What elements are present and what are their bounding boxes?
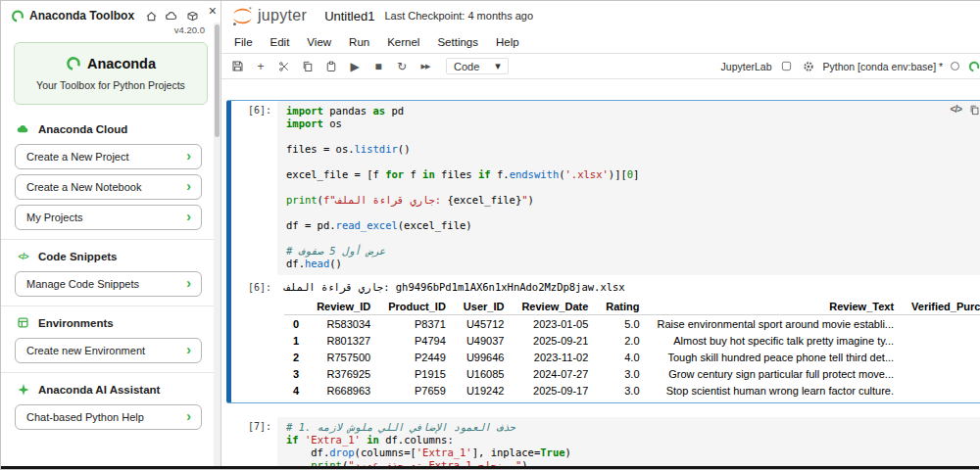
button-label: My Projects: [26, 212, 82, 223]
environments-icon: [16, 315, 30, 330]
app-window: × Anaconda Toolbox v4.20.0: [0, 0, 980, 470]
code-cell-6[interactable]: [6]: </> ↑ ↓ +: [226, 100, 980, 403]
code-editor[interactable]: </> ↑ ↓ +: [277, 101, 980, 275]
restart-run-all-icon[interactable]: ▶▶: [418, 60, 432, 73]
duplicate-cell-icon[interactable]: [968, 104, 980, 116]
close-panel-icon[interactable]: ×: [209, 4, 217, 18]
section-label: Anaconda AI Assistant: [38, 384, 160, 396]
button-label: Chat-based Python Help: [26, 411, 144, 423]
chevron-right-icon: ›: [186, 411, 191, 422]
my-projects-button[interactable]: My Projects ›: [15, 205, 202, 230]
toolbar-right: JupyterLab Python [conda env:base] * Ana…: [721, 60, 980, 73]
input-prompt: [6]:: [231, 101, 277, 275]
stdout-text: جاري قراءة الملف: gh9496bPd1m1AX6n1xHnAd…: [284, 281, 980, 293]
chevron-right-icon: ›: [186, 345, 191, 355]
menu-kernel[interactable]: Kernel: [378, 33, 428, 51]
section-anaconda-cloud: Anaconda Cloud: [1, 113, 220, 139]
button-label: Create new Environment: [26, 345, 145, 356]
notebook-area: [6]: </> ↑ ↓ +: [221, 79, 980, 469]
menubar: File Edit View Run Kernel Settings Help …: [221, 30, 980, 53]
titlebar: jupyter Untitled1 Last Checkpoint: 4 mon…: [221, 1, 980, 30]
notebook-filename[interactable]: Untitled1: [324, 9, 374, 24]
cell-code[interactable]: # 1. حذف العمود الإضافي اللي ملوش لازمهi…: [286, 421, 980, 469]
dataframe-table: Review_IDProduct_IDUser_IDReview_DateRat…: [284, 298, 980, 399]
menu-help[interactable]: Help: [487, 33, 528, 51]
cloud-section-icon: [16, 121, 30, 136]
chevron-right-icon: ›: [186, 212, 191, 222]
cell-type-dropdown[interactable]: Code ▾: [446, 58, 509, 74]
output-prompt: [6]:: [231, 278, 277, 402]
output-area: [6]: جاري قراءة الملف: gh9496bPd1m1AX6n1…: [231, 278, 980, 402]
section-ai-assistant: Anaconda AI Assistant: [1, 373, 220, 400]
anaconda-banner: Anaconda Your Toolbox for Python Project…: [14, 42, 208, 105]
anaconda-logo-icon: [11, 9, 24, 23]
cell-toolbar: </> ↑ ↓ +: [948, 103, 980, 117]
manage-code-snippets-button[interactable]: Manage Code Snippets ›: [15, 271, 202, 297]
jupyter-brand: jupyter: [231, 5, 307, 27]
window-bottom-edge: [1, 466, 979, 469]
menu-file[interactable]: File: [225, 33, 262, 51]
cut-icon[interactable]: [277, 60, 291, 73]
panel-title: Anaconda Toolbox: [29, 9, 134, 23]
jupyterlab-icon[interactable]: [780, 60, 794, 73]
chevron-right-icon: ›: [186, 278, 191, 289]
jupyter-logo-icon: [231, 5, 254, 27]
sidebar-scrollbar[interactable]: [214, 23, 220, 466]
paste-icon[interactable]: [324, 60, 338, 73]
anaconda-banner-logo-icon: [66, 56, 81, 71]
create-new-environment-button[interactable]: Create new Environment ›: [15, 338, 202, 363]
kernel-name[interactable]: Python [conda env:base] *: [823, 61, 944, 72]
copy-icon[interactable]: [301, 60, 315, 73]
chevron-down-icon: ▾: [495, 60, 501, 72]
chevron-right-icon: ›: [186, 151, 191, 162]
jupyterlab-link[interactable]: JupyterLab: [721, 61, 772, 72]
banner-subtitle: Your Toolbox for Python Projects: [23, 79, 199, 91]
button-label: Create a New Project: [26, 151, 129, 163]
menu-settings[interactable]: Settings: [428, 33, 487, 51]
package-icon[interactable]: [185, 9, 199, 23]
sidebar-scrollbar-thumb[interactable]: [215, 24, 220, 137]
menu-edit[interactable]: Edit: [262, 33, 299, 51]
input-prompt: [7]:: [231, 417, 277, 469]
version-label: v4.20.0: [1, 24, 220, 40]
chat-based-python-help-button[interactable]: Chat-based Python Help ›: [15, 404, 202, 430]
notebook-toolbar: + ▶ ■ ↻ ▶▶ Code ▾ JupyterLab: [221, 53, 980, 79]
button-label: Create a New Notebook: [26, 181, 141, 193]
jupyter-main: jupyter Untitled1 Last Checkpoint: 4 mon…: [221, 1, 980, 469]
home-icon[interactable]: [144, 9, 158, 23]
menu-run[interactable]: Run: [340, 33, 378, 51]
button-label: Manage Code Snippets: [26, 278, 139, 290]
kernel-status-icon: [951, 62, 959, 70]
format-code-icon[interactable]: </>: [950, 104, 961, 116]
banner-title: Anaconda: [87, 56, 156, 71]
section-label: Anaconda Cloud: [38, 123, 127, 135]
section-label: Code Snippets: [38, 251, 118, 262]
chevron-right-icon: ›: [186, 181, 191, 192]
sidebar-header: Anaconda Toolbox: [1, 1, 220, 24]
cell-code[interactable]: import pandas as pdimport os files = os.…: [286, 105, 980, 270]
restart-kernel-icon[interactable]: ↻: [395, 60, 409, 73]
ai-assistant-icon: [16, 382, 30, 397]
code-snippets-icon: </>: [16, 249, 30, 263]
create-new-project-button[interactable]: Create a New Project ›: [15, 144, 202, 169]
add-cell-icon[interactable]: +: [254, 60, 268, 73]
checkpoint-label: Last Checkpoint: 4 months ago: [384, 10, 533, 22]
gear-icon[interactable]: [802, 60, 815, 73]
code-editor[interactable]: # 1. حذف العمود الإضافي اللي ملوش لازمهi…: [277, 417, 980, 469]
save-icon[interactable]: [230, 60, 244, 73]
stop-kernel-icon[interactable]: ■: [371, 60, 385, 73]
create-new-notebook-button[interactable]: Create a New Notebook ›: [15, 174, 202, 200]
jupyter-wordmark: jupyter: [258, 7, 307, 24]
anaconda-toolbox-panel: × Anaconda Toolbox v4.20.0: [1, 1, 221, 469]
cell-type-value: Code: [454, 61, 479, 72]
section-label: Environments: [38, 317, 114, 329]
anaconda-toolbox-icon: [967, 60, 980, 73]
run-cell-icon[interactable]: ▶: [348, 60, 362, 73]
cloud-icon[interactable]: [165, 9, 178, 23]
section-code-snippets: </> Code Snippets: [1, 240, 220, 266]
section-environments: Environments: [1, 306, 220, 333]
code-cell-7[interactable]: [7]: # 1. حذف العمود الإضافي اللي ملوش ل…: [226, 416, 980, 469]
menu-view[interactable]: View: [298, 33, 340, 51]
